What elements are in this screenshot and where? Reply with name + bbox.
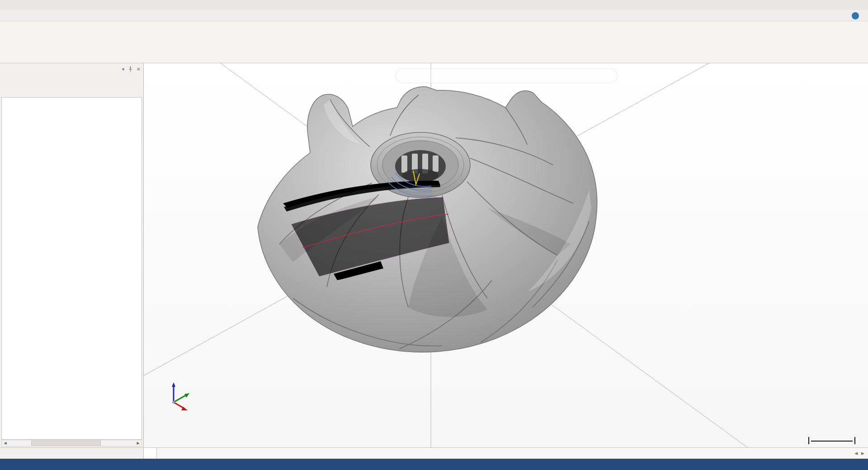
mastercam-window: ▾ ╀ ✕ ◀ ▶ xyxy=(0,0,868,470)
toolpaths-panel-header: ▾ ╀ ✕ xyxy=(0,63,143,75)
graphics-viewport[interactable] xyxy=(144,63,868,447)
view-tab-left-icon[interactable]: ◀ xyxy=(854,451,858,456)
view-tab-right-icon[interactable]: ▶ xyxy=(861,451,864,456)
scale-units xyxy=(811,442,853,442)
scale-indicator xyxy=(811,440,853,442)
help-icon[interactable] xyxy=(852,12,859,19)
scroll-right-icon[interactable]: ▶ xyxy=(135,441,142,445)
panel-tabs xyxy=(0,448,144,459)
toolpath-toolbar-row1 xyxy=(0,75,143,86)
toolpath-toolbar-row2 xyxy=(0,86,143,96)
chevron-down-icon[interactable]: ▾ xyxy=(122,66,125,72)
view-tab-scroll: ◀ ▶ xyxy=(854,448,868,459)
view-tabs: ◀ ▶ xyxy=(144,448,868,459)
axis-gizmo xyxy=(158,379,200,417)
ribbon-right-controls xyxy=(847,12,868,21)
bottom-tab-row: ◀ ▶ xyxy=(0,447,868,459)
ribbon xyxy=(0,21,868,63)
ribbon-tab-row xyxy=(0,10,868,21)
toolpath-tree xyxy=(2,98,142,99)
view-tab[interactable] xyxy=(144,448,157,459)
autocursor-toolbar xyxy=(395,68,618,83)
panel-header-icons: ▾ ╀ ✕ xyxy=(122,66,141,72)
close-panel-icon[interactable]: ✕ xyxy=(137,66,141,72)
panel-horizontal-scrollbar[interactable]: ◀ ▶ xyxy=(1,440,142,446)
pin-icon[interactable]: ╀ xyxy=(129,66,132,72)
main-area: ▾ ╀ ✕ ◀ ▶ xyxy=(0,63,868,447)
status-bar xyxy=(0,459,868,470)
scrollbar-thumb[interactable] xyxy=(31,441,100,446)
scroll-left-icon[interactable]: ◀ xyxy=(2,441,9,445)
toolpaths-panel: ▾ ╀ ✕ ◀ ▶ xyxy=(0,63,144,447)
impeller-model xyxy=(144,63,868,447)
toolpath-tree-container xyxy=(1,97,142,440)
title-bar xyxy=(0,0,868,10)
